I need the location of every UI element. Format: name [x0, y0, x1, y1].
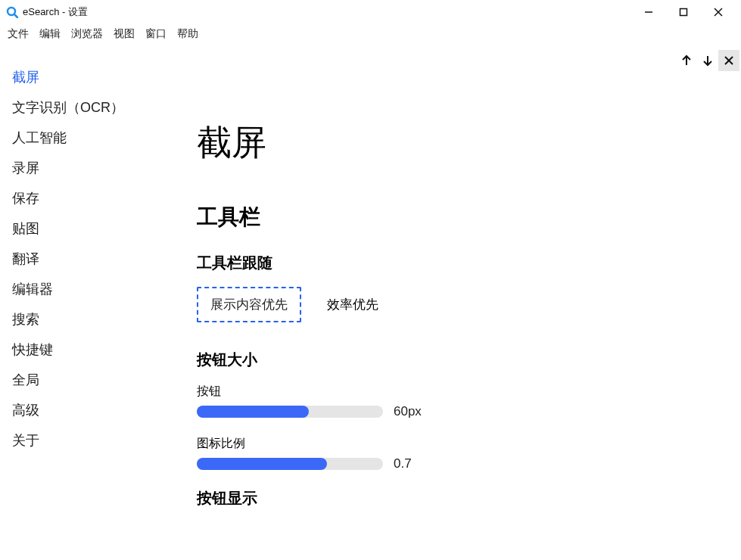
app-icon [6, 6, 18, 18]
sidebar-item-search[interactable]: 搜索 [12, 304, 159, 334]
sidebar-item-label: 高级 [12, 403, 39, 418]
icon-ratio-slider[interactable] [197, 458, 383, 470]
menubar: 文件 编辑 浏览器 视图 窗口 帮助 [0, 24, 741, 44]
svg-line-1 [14, 14, 17, 17]
follow-option-content-first[interactable]: 展示内容优先 [197, 287, 301, 322]
close-button[interactable] [708, 2, 729, 23]
main-content: 截屏 工具栏 工具栏跟随 展示内容优先 效率优先 按钮大小 按钮 60px 图标… [159, 44, 741, 560]
section-toolbar-follow: 工具栏跟随 [197, 253, 711, 273]
section-button-display: 按钮显示 [197, 488, 711, 509]
sidebar-item-label: 快捷键 [12, 342, 53, 357]
sidebar-item-label: 编辑器 [12, 282, 53, 297]
menu-edit[interactable]: 编辑 [39, 27, 61, 41]
icon-ratio-value: 0.7 [394, 456, 412, 471]
button-size-value: 60px [394, 404, 422, 419]
titlebar: eSearch - 设置 [0, 0, 741, 24]
sidebar-item-label: 人工智能 [12, 130, 67, 145]
section-button-size: 按钮大小 [197, 350, 711, 370]
sidebar-item-pin[interactable]: 贴图 [12, 213, 159, 244]
sidebar-item-ocr[interactable]: 文字识别（OCR） [12, 92, 159, 123]
menu-file[interactable]: 文件 [8, 27, 29, 41]
sidebar-item-save[interactable]: 保存 [12, 183, 159, 213]
toolbar-follow-options: 展示内容优先 效率优先 [197, 287, 711, 322]
maximize-button[interactable] [673, 2, 694, 23]
window-controls [638, 2, 735, 23]
section-toolbar: 工具栏 [197, 203, 711, 232]
slider-fill [197, 458, 327, 470]
svg-rect-3 [680, 9, 687, 16]
slider-button-label: 按钮 [197, 384, 711, 400]
slider-fill [197, 406, 309, 418]
sidebar-item-label: 翻译 [12, 251, 39, 266]
menu-window[interactable]: 窗口 [145, 27, 167, 41]
menu-help[interactable]: 帮助 [177, 27, 198, 41]
sidebar-item-label: 截屏 [12, 70, 39, 85]
sidebar-item-label: 全局 [12, 372, 39, 387]
sidebar-item-label: 贴图 [12, 221, 39, 236]
page-title: 截屏 [197, 120, 711, 166]
sidebar-item-advanced[interactable]: 高级 [12, 395, 159, 425]
follow-option-efficiency[interactable]: 效率优先 [315, 288, 391, 321]
sidebar-item-shortcuts[interactable]: 快捷键 [12, 334, 159, 365]
sidebar-item-label: 关于 [12, 433, 39, 448]
option-label: 展示内容优先 [210, 297, 288, 312]
window-title: eSearch - 设置 [23, 5, 88, 19]
slider-icon-label: 图标比例 [197, 436, 711, 452]
sidebar-item-label: 录屏 [12, 160, 39, 176]
sidebar-item-record[interactable]: 录屏 [12, 153, 159, 183]
sidebar-item-global[interactable]: 全局 [12, 365, 159, 395]
sidebar-item-label: 保存 [12, 191, 39, 206]
sidebar-item-ai[interactable]: 人工智能 [12, 123, 159, 153]
sidebar: 截屏 文字识别（OCR） 人工智能 录屏 保存 贴图 翻译 编辑器 搜索 快捷键… [0, 44, 159, 560]
sidebar-item-translate[interactable]: 翻译 [12, 244, 159, 274]
menu-browser[interactable]: 浏览器 [71, 27, 103, 41]
sidebar-item-screenshot[interactable]: 截屏 [12, 62, 159, 92]
sidebar-item-label: 搜索 [12, 312, 39, 327]
option-label: 效率优先 [327, 297, 378, 312]
menu-view[interactable]: 视图 [114, 27, 135, 41]
sidebar-item-editor[interactable]: 编辑器 [12, 274, 159, 304]
sidebar-item-label: 文字识别（OCR） [12, 100, 124, 115]
sidebar-item-about[interactable]: 关于 [12, 425, 159, 456]
button-size-slider[interactable] [197, 406, 383, 418]
minimize-button[interactable] [638, 2, 659, 23]
